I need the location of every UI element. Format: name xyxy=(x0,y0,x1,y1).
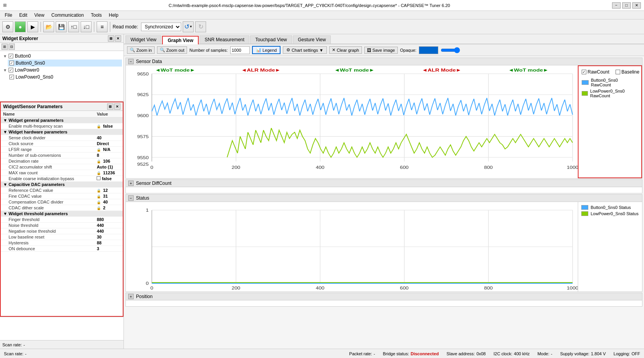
chart-settings-label: Chart settings xyxy=(291,48,318,53)
read-mode-select[interactable]: Synchronized Continuous Single xyxy=(141,23,181,31)
title-bar: ⊞ C:/mtw/mtb-example-psoc4-msclp-capsens… xyxy=(0,0,644,11)
status-i2c: I2C clock: 400 kHz xyxy=(494,351,530,356)
minimize-button[interactable]: − xyxy=(612,2,621,9)
param-cdac-dither-name: CDAC dither scale xyxy=(1,205,94,211)
close-button[interactable]: ✕ xyxy=(632,2,641,9)
status-supply: Supply voltage: 1.804 V xyxy=(560,351,606,356)
load-button[interactable]: 📂 xyxy=(43,21,54,32)
zoom-in-button[interactable]: 🔍 Zoom in xyxy=(127,46,155,54)
menu-view[interactable]: View xyxy=(31,12,48,19)
clear-graph-button[interactable]: ✕ Clear graph xyxy=(329,46,362,54)
param-lfsr-name: LFSR range xyxy=(1,147,94,153)
diffcount-expand[interactable]: + xyxy=(128,181,134,186)
sensor-diffcount-header: + Sensor DiffCount xyxy=(126,180,642,187)
col-name: Name xyxy=(1,111,94,118)
param-comp-cdac-name: Compensation CDAC divider xyxy=(1,199,94,205)
samples-input[interactable] xyxy=(230,46,250,54)
zoom-out-button[interactable]: 🔍 Zoom out xyxy=(157,46,187,54)
export-button[interactable]: ↓□ xyxy=(81,21,92,32)
menu-edit[interactable]: Edit xyxy=(16,12,30,19)
param-cic2: CIC2 accumulator shift Auto (1) xyxy=(1,164,123,170)
param-fine-cdac-value: 🔒 31 xyxy=(94,193,123,199)
param-clock-source-value: Direct xyxy=(94,141,123,147)
opaque-slider[interactable] xyxy=(441,47,460,53)
section-hardware: ▼ Widget hardware parameters xyxy=(1,129,123,135)
connect-button[interactable]: ● xyxy=(15,21,26,32)
section-cdac: ▼ Capacitive DAC parameters xyxy=(1,182,123,188)
expand-arrow-button0: ▼ xyxy=(3,54,7,58)
zoom-out-label: Zoom out xyxy=(166,48,184,53)
param-max-raw-value: 🔒 11236 xyxy=(94,170,123,176)
checkbox-button0[interactable] xyxy=(9,54,13,58)
undo-button[interactable]: ↺ ▼ xyxy=(183,21,194,32)
param-sub-conv-name: Number of sub-conversions xyxy=(1,153,94,158)
section-threshold-label: Widget threshold parameters xyxy=(9,211,68,216)
status-supply-value: 1.804 V xyxy=(591,351,606,356)
save-image-button[interactable]: 🖼 Save image xyxy=(364,47,398,54)
status-legend-color-lowpower0 xyxy=(581,211,588,216)
scan-rate-label: Scan rate: xyxy=(2,342,22,347)
legend-button[interactable]: 📊 Legend xyxy=(252,46,281,54)
maximize-button[interactable]: □ xyxy=(622,2,631,9)
tab-gesture[interactable]: Gesture View xyxy=(293,35,331,44)
status-scan-rate-label: Scan rate: xyxy=(4,351,23,356)
settings-button[interactable]: ⚙ xyxy=(2,21,13,32)
widget-explorer-title: Widget Explorer xyxy=(2,36,108,41)
run-button[interactable]: ▶ xyxy=(27,21,38,32)
menu-tools[interactable]: Tools xyxy=(88,12,105,19)
redo-button[interactable]: ↻ xyxy=(195,21,206,32)
widget-explorer-close[interactable]: ✕ xyxy=(115,35,121,42)
section-hardware-arrow: ▼ xyxy=(3,130,9,134)
param-comp-cdac: Compensation CDAC divider 🔒 40 xyxy=(1,199,123,205)
tree-expand-all[interactable]: ⊞ xyxy=(2,44,8,50)
status-packet-rate-value: - xyxy=(374,351,375,356)
baseline-checkbox[interactable] xyxy=(616,70,620,74)
tree-item-lowpower0-sns0[interactable]: LowPower0_Sns0 xyxy=(8,74,122,81)
tab-graph-view[interactable]: Graph View xyxy=(162,36,199,44)
tab-snr[interactable]: SNR Measurement xyxy=(199,35,249,44)
chart-settings-button[interactable]: ⚙ Chart settings ▼ xyxy=(283,46,327,54)
tree-item-lowpower0[interactable]: ▼ LowPower0 xyxy=(2,67,122,74)
lock-icon-multi-freq: 🔒 xyxy=(97,125,101,128)
menu-help[interactable]: Help xyxy=(106,12,122,19)
widget-tree-icons: ⊞ ⊟ xyxy=(0,43,124,51)
menu-file[interactable]: File xyxy=(2,12,15,19)
title-bar-controls: − □ ✕ xyxy=(612,2,641,9)
checkbox-button0-sns0[interactable] xyxy=(9,61,14,65)
menu-communication[interactable]: Communication xyxy=(48,12,87,19)
param-sub-conv: Number of sub-conversions 8 xyxy=(1,153,123,158)
col-value: Value xyxy=(94,111,123,118)
checkbox-lowpower0-sns0[interactable] xyxy=(9,75,14,79)
sensor-data-collapse[interactable]: − xyxy=(128,59,134,64)
status-logging: Logging: OFF xyxy=(614,351,640,356)
svg-rect-0 xyxy=(126,65,578,178)
params-icons: ⊞ ✕ xyxy=(107,104,120,110)
sensor-data-header: − Sensor Data xyxy=(126,58,642,65)
sensor-data-legend: ✓ RawCount Baseline Button0_Sns0 RawCoun… xyxy=(578,65,642,178)
cb-coarse-init[interactable] xyxy=(97,176,101,180)
params-icon1[interactable]: ⊞ xyxy=(107,104,113,110)
layout-button[interactable]: ≡ xyxy=(97,21,108,32)
widget-explorer-icon1[interactable]: ⊞ xyxy=(108,35,114,42)
tree-item-button0[interactable]: ▼ Button0 xyxy=(2,53,122,60)
status-bridge: Bridge status: Disconnected xyxy=(383,351,439,356)
checkbox-lowpower0[interactable] xyxy=(9,68,13,72)
position-expand[interactable]: + xyxy=(128,294,134,299)
params-close[interactable]: ✕ xyxy=(114,104,120,110)
sensor-data-content: 9650 9625 9600 9575 9550 9525 0 200 400 … xyxy=(126,65,578,178)
tab-touchpad[interactable]: Touchpad View xyxy=(250,35,292,44)
import-button[interactable]: ↑□ xyxy=(68,21,79,32)
sensor-data-svg: 9650 9625 9600 9575 9550 9525 0 200 400 … xyxy=(126,65,578,178)
status-logging-label: Logging: xyxy=(614,351,630,356)
status-i2c-label: I2C clock: xyxy=(494,351,512,356)
rawcount-label: RawCount xyxy=(588,69,609,75)
status-collapse[interactable]: − xyxy=(128,195,134,201)
tab-widget-view[interactable]: Widget View xyxy=(125,35,161,44)
rawcount-checkbox[interactable]: ✓ xyxy=(582,70,586,74)
tree-item-button0-sns0[interactable]: Button0_Sns0 xyxy=(8,60,122,67)
tree-collapse-all[interactable]: ⊟ xyxy=(9,44,15,50)
widget-explorer-icons: ⊞ ✕ xyxy=(108,35,121,42)
status-scan-rate: Scan rate: - xyxy=(4,351,341,356)
position-section: + Position xyxy=(125,293,642,307)
save-button2[interactable]: 💾 xyxy=(56,21,67,32)
